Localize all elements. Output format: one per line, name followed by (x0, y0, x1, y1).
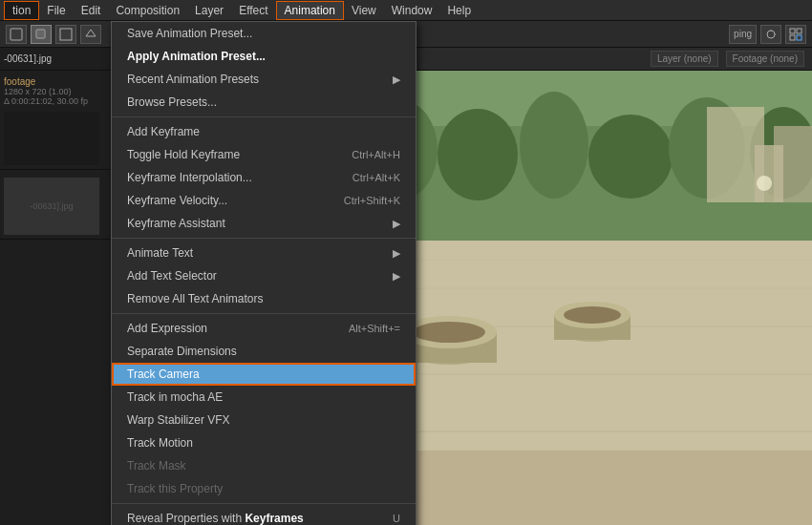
menu-reveal-keyframes[interactable]: Reveal Properties with Keyframes U (112, 507, 416, 525)
svg-point-24 (520, 92, 588, 199)
toolbar-btn-selection[interactable] (31, 25, 52, 44)
svg-point-23 (438, 109, 518, 200)
keyframe-assistant-arrow: ▶ (393, 216, 400, 232)
keyframe-interpolation-shortcut: Ctrl+Alt+K (353, 170, 400, 186)
warp-stabilizer-label: Warp Stabilizer VFX (127, 411, 230, 429)
svg-rect-2 (37, 31, 44, 37)
menu-track-property: Track this Property (112, 477, 416, 500)
toolbar-btn-grid[interactable] (785, 25, 806, 44)
menu-separate-dimensions[interactable]: Separate Dimensions (112, 340, 416, 363)
menu-keyframe-assistant[interactable]: Keyframe Assistant ▶ (112, 212, 416, 235)
menu-remove-text-animators[interactable]: Remove All Text Animators (112, 287, 416, 310)
divider-4 (112, 503, 416, 504)
track-mask-label: Track Mask (127, 457, 186, 474)
reveal-keyframes-label: Reveal Properties with Keyframes (127, 510, 304, 525)
menu-keyframe-velocity[interactable]: Keyframe Velocity... Ctrl+Shift+K (112, 189, 416, 212)
add-expression-label: Add Expression (127, 320, 207, 337)
footage-info-section: footage 1280 x 720 (1.00) Δ 0:00:21:02, … (0, 71, 114, 170)
add-text-selector-arrow: ▶ (393, 268, 400, 284)
menu-item-edit[interactable]: Edit (74, 2, 109, 19)
track-in-mocha-label: Track in mocha AE (127, 388, 223, 406)
menu-add-keyframe[interactable]: Add Keyframe (112, 120, 416, 143)
toolbar-btn-ping[interactable]: ping (729, 25, 757, 44)
menu-track-motion[interactable]: Track Motion (112, 431, 416, 454)
add-text-selector-label: Add Text Selector (127, 267, 217, 284)
svg-point-51 (564, 306, 621, 324)
keyframe-velocity-label: Keyframe Velocity... (127, 192, 227, 209)
menu-save-preset[interactable]: Save Animation Preset... (112, 22, 416, 45)
svg-rect-3 (60, 29, 72, 40)
left-panel: -00631].jpg footage 1280 x 720 (1.00) Δ … (0, 48, 115, 525)
footage-file-item[interactable]: -00631].jpg (4, 52, 110, 66)
menu-item-layer[interactable]: Layer (187, 2, 231, 19)
menu-item-animation[interactable]: Animation (276, 1, 344, 20)
menu-apply-preset[interactable]: Apply Animation Preset... (112, 45, 416, 68)
recent-presets-label: Recent Animation Presets (127, 71, 259, 88)
comp-section: -00631].jpg (0, 170, 114, 240)
menu-track-in-mocha[interactable]: Track in mocha AE (112, 386, 416, 409)
toolbar-btn-anchor[interactable] (760, 25, 781, 44)
svg-rect-8 (790, 29, 795, 33)
separate-dimensions-label: Separate Dimensions (127, 343, 237, 360)
svg-rect-11 (797, 35, 801, 40)
keyframe-velocity-shortcut: Ctrl+Shift+K (344, 193, 400, 209)
footage-duration: Δ 0:00:21:02, 30.00 fp (4, 96, 110, 106)
menu-add-text-selector[interactable]: Add Text Selector ▶ (112, 264, 416, 287)
footage-label: footage (4, 76, 110, 87)
menu-add-expression[interactable]: Add Expression Alt+Shift+= (112, 317, 416, 340)
save-preset-label: Save Animation Preset... (127, 25, 252, 42)
track-property-label: Track this Property (127, 480, 223, 497)
add-expression-shortcut: Alt+Shift+= (349, 321, 400, 337)
keyframe-interpolation-label: Keyframe Interpolation... (127, 169, 252, 186)
remove-text-animators-label: Remove All Text Animators (127, 290, 264, 307)
menu-track-camera[interactable]: Track Camera (112, 363, 416, 386)
layer-label: Layer (none) (651, 51, 718, 67)
svg-marker-4 (86, 30, 96, 36)
animate-text-arrow: ▶ (393, 245, 400, 262)
animate-text-label: Animate Text (127, 244, 193, 262)
menu-toggle-hold[interactable]: Toggle Hold Keyframe Ctrl+Alt+H (112, 143, 416, 166)
footage-dimensions: 1280 x 720 (1.00) (4, 87, 110, 96)
menu-animate-text[interactable]: Animate Text ▶ (112, 242, 416, 264)
reveal-keyframes-shortcut: U (393, 511, 400, 525)
apply-preset-label: Apply Animation Preset... (127, 48, 266, 65)
menu-track-mask: Track Mask (112, 454, 416, 477)
footage-label-header: Footage (none) (726, 51, 804, 67)
animation-dropdown-menu: Save Animation Preset... Apply Animation… (111, 21, 417, 525)
svg-point-53 (757, 176, 772, 191)
svg-rect-30 (755, 145, 783, 202)
menu-item-animation-partial[interactable]: tion (4, 1, 39, 20)
toggle-hold-shortcut: Ctrl+Alt+H (352, 147, 400, 163)
svg-point-5 (767, 31, 775, 38)
footage-label-item[interactable]: footage 1280 x 720 (1.00) Δ 0:00:21:02, … (4, 74, 110, 108)
svg-rect-0 (11, 29, 22, 40)
menu-keyframe-interpolation[interactable]: Keyframe Interpolation... Ctrl+Alt+K (112, 166, 416, 189)
preview-placeholder: -00631].jpg (30, 201, 73, 211)
menu-item-view[interactable]: View (344, 2, 384, 19)
toggle-hold-label: Toggle Hold Keyframe (127, 146, 240, 163)
small-preview: -00631].jpg (4, 178, 99, 235)
svg-rect-10 (790, 35, 795, 40)
menu-item-help[interactable]: Help (439, 2, 479, 19)
browse-presets-label: Browse Presets... (127, 94, 217, 111)
menu-warp-stabilizer[interactable]: Warp Stabilizer VFX (112, 409, 416, 431)
svg-rect-9 (797, 29, 801, 33)
svg-point-44 (413, 322, 485, 343)
keyframe-assistant-label: Keyframe Assistant (127, 215, 225, 232)
menu-item-effect[interactable]: Effect (231, 2, 275, 19)
menu-item-composition[interactable]: Composition (108, 2, 187, 19)
menu-item-file[interactable]: File (39, 2, 73, 19)
divider-1 (112, 116, 416, 117)
footage-section: -00631].jpg (0, 48, 114, 71)
toolbar-btn-3[interactable] (55, 25, 76, 44)
track-camera-label: Track Camera (127, 366, 200, 383)
toolbar-btn-pen[interactable] (80, 25, 101, 44)
footage-filename: -00631].jpg (4, 53, 110, 64)
menu-browse-presets[interactable]: Browse Presets... (112, 91, 416, 114)
divider-3 (112, 313, 416, 314)
comp-thumbnail (4, 112, 99, 165)
menu-recent-presets[interactable]: Recent Animation Presets ▶ (112, 68, 416, 91)
toolbar-btn-1[interactable] (6, 25, 27, 44)
menu-item-window[interactable]: Window (384, 2, 440, 19)
menu-bar: tion File Edit Composition Layer Effect … (0, 0, 812, 21)
